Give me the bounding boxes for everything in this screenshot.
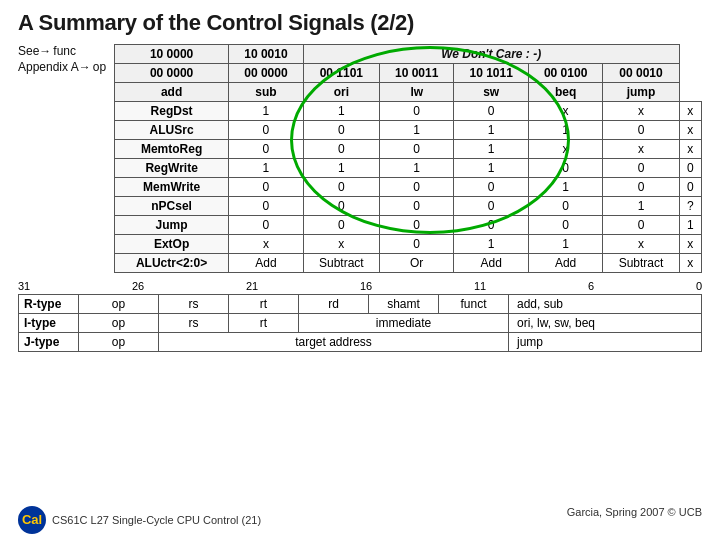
cell-r4-c5: 0 (603, 178, 679, 197)
cell-r5-c1: 0 (303, 197, 379, 216)
cell-r5-c3: 0 (454, 197, 528, 216)
cell-r6-c6: 1 (679, 216, 701, 235)
bit-numbers: 31 26 21 16 11 6 0 (18, 279, 702, 293)
cell-r2-c6: x (679, 140, 701, 159)
cell-r0-c2: 0 (379, 102, 453, 121)
rtype-shamt: shamt (369, 295, 439, 314)
cell-r7-c2: 0 (379, 235, 453, 254)
cell-r6-c4: 0 (528, 216, 602, 235)
cell-r6-c5: 0 (603, 216, 679, 235)
main-table-wrap: 10 0000 10 0010 We Don't Care : -) 00 00… (114, 44, 702, 273)
bottom-section: 31 26 21 16 11 6 0 R-type op rs rt rd sh… (18, 279, 702, 352)
func-val-1: 10 0000 (115, 45, 229, 64)
table-row: MemtoReg0001xxx (115, 140, 702, 159)
cell-r4-c4: 1 (528, 178, 602, 197)
cell-r4-c3: 0 (454, 178, 528, 197)
col-header-row: add sub ori lw sw beq jump (115, 83, 702, 102)
col-sw: sw (454, 83, 528, 102)
row-label-5: nPCsel (115, 197, 229, 216)
rtype-rd: rd (299, 295, 369, 314)
cell-r8-c4: Add (528, 254, 602, 273)
cell-r2-c5: x (603, 140, 679, 159)
cell-r1-c1: 0 (303, 121, 379, 140)
cell-r5-c2: 0 (379, 197, 453, 216)
page-title: A Summary of the Control Signals (2/2) (18, 10, 702, 36)
itype-row: I-type op rs rt immediate ori, lw, sw, b… (19, 314, 702, 333)
jtype-label: J-type (19, 333, 79, 352)
cell-r3-c1: 1 (303, 159, 379, 178)
cell-r0-c0: 1 (229, 102, 303, 121)
cell-r8-c3: Add (454, 254, 528, 273)
op-val-2: 00 0000 (229, 64, 303, 83)
op-header-row: 00 0000 00 0000 00 1101 10 0011 10 1011 … (115, 64, 702, 83)
cell-r0-c4: x (528, 102, 602, 121)
cell-r1-c4: 1 (528, 121, 602, 140)
bit-16: 16 (360, 280, 372, 292)
cell-r1-c0: 0 (229, 121, 303, 140)
cell-r3-c4: 0 (528, 159, 602, 178)
cell-r6-c1: 0 (303, 216, 379, 235)
cell-r5-c0: 0 (229, 197, 303, 216)
cell-r4-c2: 0 (379, 178, 453, 197)
row-label-6: Jump (115, 216, 229, 235)
cell-r2-c4: x (528, 140, 602, 159)
jtype-result: jump (509, 333, 702, 352)
cell-r1-c5: 0 (603, 121, 679, 140)
cell-r1-c6: x (679, 121, 701, 140)
row-label-7: ExtOp (115, 235, 229, 254)
see-label: See (18, 44, 39, 58)
cell-r7-c3: 1 (454, 235, 528, 254)
cell-r2-c1: 0 (303, 140, 379, 159)
table-row: MemWrite0000100 (115, 178, 702, 197)
cell-r8-c0: Add (229, 254, 303, 273)
row-label-8: ALUctr<2:0> (115, 254, 229, 273)
func-label: func (53, 44, 76, 58)
appendix-label: Appendix A (18, 60, 79, 74)
jtype-op: op (79, 333, 159, 352)
bit-0: 0 (696, 280, 702, 292)
cell-r2-c0: 0 (229, 140, 303, 159)
op-label: op (93, 60, 106, 74)
table-row: RegWrite1111000 (115, 159, 702, 178)
op-val-4: 10 0011 (379, 64, 453, 83)
cell-r3-c0: 1 (229, 159, 303, 178)
bit-6: 6 (588, 280, 594, 292)
itype-op: op (79, 314, 159, 333)
op-arrow: → (79, 60, 91, 74)
credit-info: Garcia, Spring 2007 © UCB (567, 506, 702, 534)
cell-r7-c4: 1 (528, 235, 602, 254)
rtype-label: R-type (19, 295, 79, 314)
rtype-funct: funct (439, 295, 509, 314)
cell-r2-c2: 0 (379, 140, 453, 159)
cell-r3-c5: 0 (603, 159, 679, 178)
cell-r5-c6: ? (679, 197, 701, 216)
func-val-2: 10 0010 (229, 45, 303, 64)
row-label-1: ALUSrc (115, 121, 229, 140)
jtype-target: target address (159, 333, 509, 352)
appendix-label-row: Appendix A → op (18, 60, 108, 74)
cell-r3-c3: 1 (454, 159, 528, 178)
rtype-rt: rt (229, 295, 299, 314)
cell-r6-c2: 0 (379, 216, 453, 235)
cell-r1-c3: 1 (454, 121, 528, 140)
itype-label: I-type (19, 314, 79, 333)
op-val-6: 00 0100 (528, 64, 602, 83)
op-val-3: 00 1101 (303, 64, 379, 83)
bit-11: 11 (474, 280, 486, 292)
col-jump: jump (603, 83, 679, 102)
control-table: 10 0000 10 0010 We Don't Care : -) 00 00… (114, 44, 702, 273)
row-label-3: RegWrite (115, 159, 229, 178)
func-header-row: 10 0000 10 0010 We Don't Care : -) (115, 45, 702, 64)
cell-r7-c1: x (303, 235, 379, 254)
op-val-7: 00 0010 (603, 64, 679, 83)
bit-26: 26 (132, 280, 144, 292)
cell-r6-c0: 0 (229, 216, 303, 235)
rtype-result: add, sub (509, 295, 702, 314)
rtype-row: R-type op rs rt rd shamt funct add, sub (19, 295, 702, 314)
cell-r2-c3: 1 (454, 140, 528, 159)
cell-r3-c6: 0 (679, 159, 701, 178)
op-val-5: 10 1011 (454, 64, 528, 83)
row-label-0: RegDst (115, 102, 229, 121)
page: A Summary of the Control Signals (2/2) S… (0, 0, 720, 540)
row-label-2: MemtoReg (115, 140, 229, 159)
